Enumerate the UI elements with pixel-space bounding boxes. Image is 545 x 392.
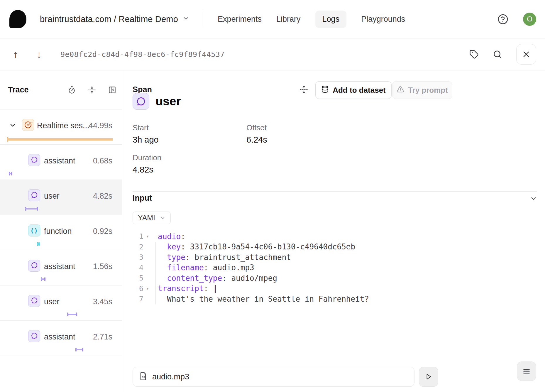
code-line: 1 ▾ audio: bbox=[122, 231, 545, 242]
yaml-key: audio bbox=[158, 232, 181, 241]
trace-sidebar: Trace bbox=[0, 70, 122, 392]
collapse-vertical-icon[interactable] bbox=[88, 86, 96, 94]
collapse-panel-icon[interactable] bbox=[108, 86, 116, 94]
line-number: 1 bbox=[131, 232, 143, 241]
code-text: key: 3317cb18-9a54-4c06-b130-c49640dc65e… bbox=[152, 242, 355, 251]
code-line: 6 ▾ transcript: | bbox=[122, 283, 545, 294]
span-duration: 44.99s bbox=[89, 121, 112, 130]
span-label: Realtime ses... bbox=[37, 121, 89, 130]
span-type-icon: () bbox=[28, 260, 40, 272]
play-audio-button[interactable] bbox=[419, 367, 438, 387]
code-text: transcript: | bbox=[152, 284, 218, 293]
trace-span-row[interactable]: () user 4.82s bbox=[0, 180, 122, 215]
trace-span-row[interactable]: () user 3.45s bbox=[0, 285, 122, 321]
span-timeline-bar bbox=[25, 207, 38, 211]
database-icon bbox=[321, 85, 329, 95]
speech-bubble-icon bbox=[31, 156, 38, 164]
file-audio-icon bbox=[139, 372, 148, 382]
yaml-value: | bbox=[213, 284, 218, 293]
attachment-filename: audio.mp3 bbox=[152, 372, 189, 381]
line-number: 6 bbox=[131, 284, 143, 293]
line-number: 4 bbox=[131, 263, 143, 272]
trace-span-row[interactable]: () assistant 2.71s bbox=[0, 321, 122, 356]
format-select-value: YAML bbox=[138, 214, 157, 222]
span-type-icon: () bbox=[28, 224, 40, 236]
indent-guide bbox=[155, 242, 156, 304]
span-panel: Span Add to dataset Try prompt bbox=[122, 70, 545, 392]
yaml-key: type bbox=[167, 253, 185, 262]
span-timeline-bar bbox=[75, 348, 83, 352]
span-duration: 0.68s bbox=[93, 156, 112, 165]
workspace-switcher[interactable]: braintrustdata.com / Realtime Demo bbox=[40, 14, 189, 24]
line-number: 3 bbox=[131, 253, 143, 261]
line-number: 7 bbox=[131, 295, 143, 303]
close-button[interactable] bbox=[516, 44, 536, 65]
tag-icon[interactable] bbox=[469, 50, 479, 59]
span-label: assistant bbox=[44, 332, 75, 342]
warning-triangle-icon bbox=[397, 85, 404, 95]
hamburger-menu-button[interactable] bbox=[517, 361, 536, 381]
add-to-dataset-label: Add to dataset bbox=[333, 86, 386, 95]
span-type-icon: () bbox=[28, 189, 40, 201]
yaml-key: key bbox=[167, 242, 181, 251]
code-line: 2 key: 3317cb18-9a54-4c06-b130-c49640dc6… bbox=[122, 242, 545, 252]
yaml-value: What's the weather in Seattle in Fahrenh… bbox=[167, 295, 369, 303]
nav-item-logs[interactable]: Logs bbox=[315, 11, 347, 28]
prev-trace-button[interactable]: ↑ bbox=[9, 49, 22, 60]
span-timeline-bar bbox=[67, 312, 77, 316]
yaml-value: 3317cb18-9a54-4c06-b130-c49640dc65eb bbox=[190, 242, 356, 251]
span-duration: 2.71s bbox=[93, 332, 112, 342]
span-label: assistant bbox=[44, 262, 75, 271]
span-header: Span Add to dataset Try prompt bbox=[122, 70, 545, 109]
fold-chevron-icon[interactable]: ▾ bbox=[143, 234, 152, 239]
fold-chevron-icon[interactable]: ▾ bbox=[143, 286, 152, 291]
span-label: user bbox=[44, 297, 60, 306]
trace-span-row[interactable]: () assistant 1.56s bbox=[0, 250, 122, 285]
nav-divider bbox=[204, 11, 204, 28]
trace-toolbar: ↑ ↓ 9e08fc2d-c84d-4f98-8ec6-fc9f89f44537 bbox=[0, 38, 545, 70]
chevron-down-icon[interactable] bbox=[9, 122, 16, 130]
timer-icon[interactable] bbox=[68, 86, 76, 94]
nav-item-library[interactable]: Library bbox=[276, 11, 301, 28]
help-icon[interactable] bbox=[497, 14, 508, 25]
braintrust-logo-icon[interactable] bbox=[9, 10, 26, 28]
user-avatar[interactable]: O bbox=[523, 13, 536, 26]
trace-span-row[interactable]: () assistant 0.68s bbox=[0, 145, 122, 180]
add-to-dataset-button[interactable]: Add to dataset bbox=[315, 81, 392, 99]
meta-label-duration: Duration bbox=[133, 153, 161, 162]
line-number: 5 bbox=[131, 274, 143, 282]
yaml-code-block[interactable]: 1 ▾ audio: 2 key: 3317cb18-9a54-4c06-b13… bbox=[122, 231, 545, 304]
expand-vertical-icon[interactable] bbox=[300, 85, 308, 95]
span-duration: 3.45s bbox=[93, 297, 112, 306]
trace-id: 9e08fc2d-c84d-4f98-8ec6-fc9f89f44537 bbox=[60, 50, 225, 59]
trace-title: Trace bbox=[8, 85, 29, 94]
collapse-input-icon[interactable] bbox=[530, 195, 537, 204]
next-trace-button[interactable]: ↓ bbox=[32, 49, 46, 60]
code-line: 5 content_type: audio/mpeg bbox=[122, 273, 545, 283]
search-icon[interactable] bbox=[493, 50, 502, 59]
nav-links: Experiments Library Logs Playgrounds bbox=[218, 11, 405, 28]
meta-value-start: 3h ago bbox=[133, 135, 159, 145]
try-prompt-button[interactable]: Try prompt bbox=[392, 81, 452, 99]
span-timeline-bar bbox=[41, 277, 45, 281]
code-text: content_type: audio/mpeg bbox=[152, 274, 277, 283]
root-timeline-bar bbox=[7, 137, 113, 142]
speech-bubble-icon bbox=[31, 332, 38, 340]
format-select[interactable]: YAML bbox=[133, 212, 171, 224]
audio-attachment[interactable]: audio.mp3 bbox=[133, 367, 414, 387]
top-nav: braintrustdata.com / Realtime Demo Exper… bbox=[0, 0, 545, 38]
trace-tools bbox=[68, 86, 116, 94]
try-prompt-label: Try prompt bbox=[408, 86, 448, 95]
meta-label-offset: Offset bbox=[246, 123, 267, 132]
nav-item-playgrounds[interactable]: Playgrounds bbox=[361, 11, 405, 28]
chevron-down-icon bbox=[183, 15, 189, 23]
yaml-value: braintrust_attachment bbox=[194, 253, 291, 262]
trace-root-row[interactable]: Realtime ses... 44.99s bbox=[0, 109, 122, 145]
code-line: 7 What's the weather in Seattle in Fahre… bbox=[122, 294, 545, 304]
input-section-title: Input bbox=[133, 194, 152, 203]
nav-item-experiments[interactable]: Experiments bbox=[218, 11, 262, 28]
trace-span-row[interactable]: () function 0.92s bbox=[0, 215, 122, 250]
code-line: 3 type: braintrust_attachment bbox=[122, 252, 545, 263]
span-type-icon: () bbox=[28, 154, 40, 166]
yaml-key: content_type bbox=[167, 274, 222, 283]
